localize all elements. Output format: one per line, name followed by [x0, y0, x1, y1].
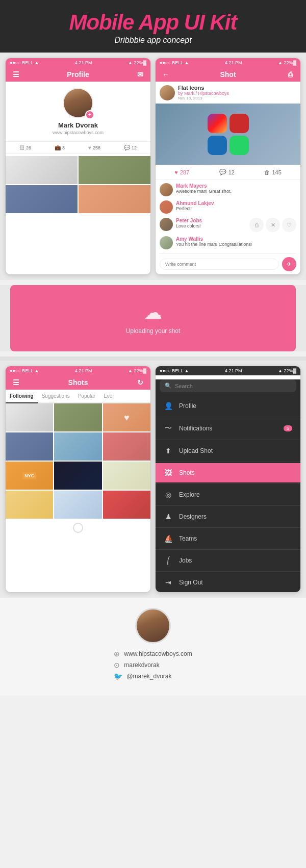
1password-icon	[208, 136, 227, 155]
back-icon[interactable]: ←	[161, 70, 171, 79]
comment-count: 12	[228, 169, 235, 175]
trash-count: 145	[272, 169, 281, 175]
shots-phone: ●●○○ BELL ▲ 4:21 PM ▲ 22%▓ ☰ Shots ↻ Fol…	[5, 366, 151, 593]
shot-grid-2[interactable]	[54, 403, 101, 431]
menu-upload[interactable]: ⬆ Upload Shot	[156, 441, 300, 461]
heart-overlay: ♥	[124, 412, 130, 423]
section-gap	[0, 356, 306, 361]
shot-grid-3[interactable]: ♥	[103, 403, 150, 431]
signal: ●●○○ BELL ▲	[10, 368, 39, 373]
commenter-name-2: Ahmund Lakjev	[176, 200, 214, 206]
upload-text: Uploading your shot	[126, 327, 181, 335]
menu-designers[interactable]: ♟ Designers	[156, 507, 300, 526]
shot-nav: ← Shot ⎙	[156, 67, 300, 82]
menu-signout[interactable]: ⇥ Sign Out	[156, 573, 300, 592]
shot-nav-title: Shot	[220, 70, 236, 79]
comment-text-1: Awesome man! Great shot.	[176, 189, 232, 194]
menu-upload-label: Upload Shot	[179, 447, 213, 454]
divider-6	[156, 527, 300, 528]
send-comment-btn[interactable]: ✈	[282, 257, 296, 271]
commenter-avatar-3	[160, 218, 173, 231]
tab-following[interactable]: Following	[6, 390, 38, 403]
menu-designers-label: Designers	[179, 513, 207, 520]
signal-dots: ●●○○ BELL ▲	[10, 60, 39, 65]
shots-nav-title: Shots	[68, 378, 88, 387]
stat-briefcase: 💼 3	[55, 145, 65, 150]
shot-grid-12[interactable]	[103, 491, 150, 519]
menu-shots[interactable]: 🖼 Shots	[156, 463, 300, 482]
thumb-4[interactable]	[79, 185, 150, 213]
heart-icon: ♥	[174, 169, 178, 175]
upload-icon: ⬆	[164, 447, 173, 455]
profile-thumbs	[6, 156, 150, 213]
shot-grid-4[interactable]	[6, 432, 53, 461]
thumb-1[interactable]	[6, 156, 78, 184]
like-action[interactable]: ♥ 287	[174, 169, 189, 175]
tab-popular[interactable]: Popular	[74, 390, 99, 403]
menu-jobs[interactable]: ⎛ Jobs	[156, 551, 300, 570]
comment-3-actions: ⎙ ✕ ♡	[249, 218, 296, 232]
nyc-label: NYC	[22, 472, 36, 479]
tab-suggestions[interactable]: Suggestions	[38, 390, 74, 403]
upload-section: ☁ Uploading your shot	[0, 285, 306, 351]
page-subtitle: Dribbble app concept	[5, 36, 301, 45]
signal-dots: ●●○○ BELL ▲	[160, 60, 189, 65]
shot-grid-5[interactable]	[54, 432, 101, 461]
menu-shots-label: Shots	[179, 469, 195, 476]
like-comment-btn[interactable]: ♡	[282, 218, 296, 232]
signout-icon: ⇥	[164, 578, 173, 586]
menu-teams-label: Teams	[179, 535, 197, 542]
mail-icon[interactable]: ✉	[135, 70, 145, 79]
comment-body-2: Ahmund Lakjev Perfect!	[176, 200, 214, 211]
battery: ▲ 22%▓	[128, 368, 146, 373]
shot-grid-1[interactable]	[6, 403, 53, 431]
menu-search-bar[interactable]: 🔍 Search	[160, 379, 296, 392]
divider-3	[156, 462, 300, 462]
shot-grid-7[interactable]: NYC	[6, 462, 53, 490]
shot-meta: Flat Icons by Mark / Hipstacowboys Nov 1…	[178, 85, 229, 100]
share-comment-btn[interactable]: ⎙	[249, 218, 264, 232]
shot-grid-10[interactable]	[6, 491, 53, 519]
comment-4: Amy Wallis You hit the line man! Congrat…	[160, 236, 296, 249]
thumb-2[interactable]	[79, 156, 150, 184]
trash-action[interactable]: 🗑 145	[264, 169, 281, 175]
menu-profile[interactable]: 👤 Profile	[156, 396, 300, 416]
avatar-plus-button[interactable]: +	[85, 110, 94, 119]
share-icon[interactable]: ⎙	[285, 70, 295, 79]
bell-icon: 〜	[164, 424, 173, 433]
app-icons-grid	[208, 114, 249, 155]
menu-icon[interactable]: ☰	[11, 70, 21, 79]
shots-icon: 🖼	[164, 469, 173, 477]
shot-grid-6[interactable]	[103, 432, 150, 461]
comment-input[interactable]	[160, 259, 279, 270]
comments-section: Mark Mayers Awesome man! Great shot. Ahm…	[156, 180, 300, 274]
shot-grid-11[interactable]	[54, 491, 101, 519]
thumb-3[interactable]	[6, 185, 78, 213]
commenter-avatar-4	[160, 236, 173, 249]
comment-text-2: Perfect!	[176, 206, 214, 211]
tab-ever[interactable]: Ever	[99, 390, 118, 403]
menu-icon[interactable]: ☰	[11, 378, 21, 387]
stat-briefcase-count: 3	[62, 145, 65, 150]
upload-cloud-icon: ☁	[144, 302, 162, 323]
page-header: Mobile App UI Kit Dribbble app concept	[0, 0, 306, 53]
shot-grid-8[interactable]	[54, 462, 101, 490]
divider-4	[156, 483, 300, 484]
comment-action[interactable]: 💬 12	[219, 169, 235, 175]
footer-dribbble: ⊙ marekdvorak	[114, 661, 159, 669]
profile-avatar-section: + Mark Dvorak www.hipstacowboys.com	[6, 82, 150, 139]
shot-date: Nov 10, 2013	[178, 96, 229, 100]
delete-comment-btn[interactable]: ✕	[266, 218, 280, 232]
footer-twitter: 🐦 @marek_dvorak	[114, 672, 171, 680]
menu-explore[interactable]: ◎ Explore	[156, 485, 300, 504]
comment-body-1: Mark Mayers Awesome man! Great shot.	[176, 183, 232, 194]
menu-notifications[interactable]: 〜 Notifications 5	[156, 418, 300, 439]
menu-teams[interactable]: ⛵ Teams	[156, 529, 300, 548]
designers-icon: ♟	[164, 513, 173, 521]
footer-avatar	[135, 608, 171, 644]
shots-tabs: Following Suggestions Popular Ever	[6, 390, 150, 403]
shot-grid-9[interactable]	[103, 462, 150, 490]
instagram-icon	[208, 114, 227, 133]
pagination	[6, 519, 150, 537]
refresh-icon[interactable]: ↻	[135, 378, 145, 387]
